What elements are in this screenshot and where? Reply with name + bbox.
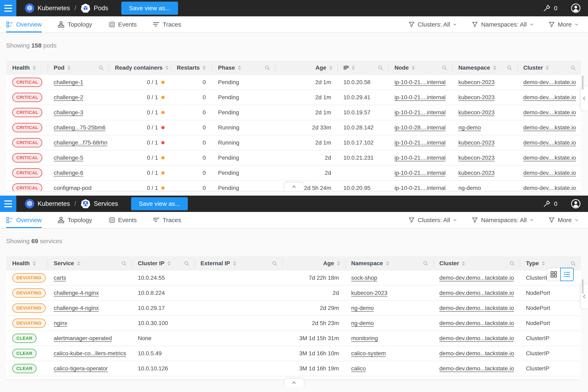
cluster-link[interactable]: demo-dev....kstate.io xyxy=(523,170,576,176)
sort-icon[interactable] xyxy=(352,66,355,70)
clusters-filter[interactable]: Clusters: All xyxy=(408,21,457,28)
column-header-service[interactable]: Service xyxy=(48,256,132,270)
sort-icon[interactable] xyxy=(542,261,545,266)
expand-side-panel-button[interactable] xyxy=(580,284,588,309)
health-badge[interactable]: CRITICAL xyxy=(12,168,42,178)
cluster-link[interactable]: demo-dev.demo...tackstate.io xyxy=(439,350,514,357)
table-row[interactable]: CRITICAL challenge-2 0 / 1 0 Pending 2d … xyxy=(6,90,581,105)
column-header-phase[interactable]: Phase xyxy=(212,61,275,75)
namespace-link[interactable]: ng-demo xyxy=(458,124,481,131)
column-header-namespace[interactable]: Namespace xyxy=(345,256,433,270)
cluster-link[interactable]: demo-dev....kstate.io xyxy=(523,124,576,131)
search-icon[interactable] xyxy=(378,65,384,71)
sort-icon[interactable] xyxy=(493,66,496,70)
sort-icon[interactable] xyxy=(168,261,171,266)
pod-link[interactable]: challenge-5 xyxy=(54,154,83,161)
breadcrumb-app[interactable]: Kubernetes xyxy=(38,200,70,208)
breadcrumb-app[interactable]: Kubernetes xyxy=(38,4,70,12)
cluster-link[interactable]: demo-dev.demo...tackstate.io xyxy=(439,365,514,372)
health-badge[interactable]: CRITICAL xyxy=(12,93,42,102)
breadcrumb-view[interactable]: Pods xyxy=(94,4,108,12)
health-badge[interactable]: DEVIATING xyxy=(12,304,46,313)
column-header-ip[interactable]: IP xyxy=(337,61,388,75)
table-row[interactable]: DEVIATING nginx 10.0.30.100 2d 5h 23m ng… xyxy=(6,316,581,331)
pin-icon[interactable] xyxy=(543,4,551,12)
search-icon[interactable] xyxy=(442,65,447,71)
sort-icon[interactable] xyxy=(166,66,169,70)
health-badge[interactable]: DEVIATING xyxy=(12,288,46,298)
sort-icon[interactable] xyxy=(33,261,36,266)
table-row[interactable]: CRITICAL challeng...75-25bm6 0 / 1 0 Run… xyxy=(6,120,581,135)
clusters-filter[interactable]: Clusters: All xyxy=(408,216,457,224)
sort-icon[interactable] xyxy=(412,66,415,70)
cluster-link[interactable]: demo-dev....kstate.io xyxy=(523,109,576,116)
service-link[interactable]: carts xyxy=(54,274,66,281)
table-row[interactable]: CLEAR calico-kube-co...llers-metrics 10.… xyxy=(6,346,581,361)
namespace-link[interactable]: sock-shop xyxy=(351,274,377,281)
service-link[interactable]: nginx xyxy=(54,320,68,326)
more-filters[interactable]: More xyxy=(548,21,579,28)
column-header-age[interactable]: Age xyxy=(282,256,345,270)
node-link[interactable]: ip-10-0-21....internal xyxy=(394,140,446,146)
more-filters[interactable]: More xyxy=(548,216,579,224)
service-link[interactable]: calico-kube-co...llers-metrics xyxy=(54,350,126,357)
cluster-link[interactable]: demo-dev....kstate.io xyxy=(523,185,576,191)
table-row[interactable]: DEVIATING carts 10.0.24.55 7d 22h 18m so… xyxy=(6,270,581,286)
namespace-link[interactable]: kubecon-2023 xyxy=(458,170,494,176)
namespaces-filter[interactable]: Namespaces: All xyxy=(472,216,534,224)
service-link[interactable]: challenge-4-nginx xyxy=(54,290,99,296)
node-link[interactable]: ip-10-0-21....internal xyxy=(394,154,446,161)
health-badge[interactable]: CRITICAL xyxy=(12,108,42,117)
save-view-as-button[interactable]: Save view as... xyxy=(121,2,178,15)
table-row[interactable]: CLEAR calico-tigera-operator 10.0.10.126… xyxy=(6,361,581,376)
cluster-link[interactable]: demo-dev.demo...tackstate.io xyxy=(439,305,514,311)
sort-icon[interactable] xyxy=(329,66,332,70)
pod-link[interactable]: challenge-1 xyxy=(54,79,83,86)
cluster-link[interactable]: demo-dev.demo...tackstate.io xyxy=(439,335,514,342)
node-link[interactable]: ip-10-0-21....internal xyxy=(394,170,446,176)
tab-overview[interactable]: Overview xyxy=(6,212,42,228)
search-icon[interactable] xyxy=(264,65,270,71)
avatar[interactable] xyxy=(571,199,581,209)
pod-link[interactable]: challenge-2 xyxy=(54,94,83,101)
tab-topology[interactable]: Topology xyxy=(58,212,92,228)
health-badge[interactable]: CRITICAL xyxy=(12,183,42,191)
column-header-health[interactable]: Health xyxy=(6,61,48,75)
column-header-age[interactable]: Age xyxy=(275,61,337,75)
namespace-link[interactable]: kubecon-2023 xyxy=(458,109,494,116)
table-row[interactable]: CRITICAL challenge-1 0 / 1 0 Pending 2d … xyxy=(6,75,581,90)
search-icon[interactable] xyxy=(272,260,278,266)
sort-icon[interactable] xyxy=(33,66,36,70)
sort-icon[interactable] xyxy=(386,261,389,266)
cluster-link[interactable]: demo-dev....kstate.io xyxy=(523,154,576,161)
service-link[interactable]: challenge-4-nginx xyxy=(54,305,99,311)
namespace-link[interactable]: ng-demo xyxy=(351,305,374,311)
grid-view-button[interactable] xyxy=(547,268,560,281)
breadcrumb-view[interactable]: Services xyxy=(94,200,118,208)
node-link[interactable]: ip-10-0-21....internal xyxy=(394,109,446,116)
cluster-link[interactable]: demo-dev.demo...tackstate.io xyxy=(439,274,514,281)
namespace-link[interactable]: kubecon-2023 xyxy=(458,94,494,101)
sort-icon[interactable] xyxy=(233,261,236,266)
search-icon[interactable] xyxy=(570,65,576,71)
column-header-pod[interactable]: Pod xyxy=(48,61,109,75)
table-row[interactable]: CRITICAL challenge...f75-68rhn 0 / 1 0 R… xyxy=(6,135,581,150)
tab-topology[interactable]: Topology xyxy=(58,16,92,32)
search-icon[interactable] xyxy=(509,260,515,266)
search-icon[interactable] xyxy=(570,260,576,266)
tab-events[interactable]: Events xyxy=(108,212,137,228)
table-row[interactable]: DEVIATING challenge-4-nginx 10.0.8.224 2… xyxy=(6,286,581,301)
namespace-link[interactable]: kubecon-2023 xyxy=(458,140,494,146)
search-icon[interactable] xyxy=(121,260,127,266)
column-header-restarts[interactable]: Restarts xyxy=(171,61,212,75)
column-header-cluster-ip[interactable]: Cluster IP xyxy=(132,256,194,270)
sort-icon[interactable] xyxy=(68,66,71,70)
namespace-link[interactable]: ng-demo xyxy=(458,185,481,191)
hamburger-menu-button[interactable] xyxy=(0,0,16,16)
health-badge[interactable]: CRITICAL xyxy=(12,123,42,132)
health-badge[interactable]: DEVIATING xyxy=(12,318,46,328)
pod-link[interactable]: configmap-pod xyxy=(54,185,92,191)
service-link[interactable]: alertmanager-operated xyxy=(54,335,112,342)
tab-events[interactable]: Events xyxy=(108,16,137,32)
scrollbar-thumb[interactable] xyxy=(582,76,584,90)
